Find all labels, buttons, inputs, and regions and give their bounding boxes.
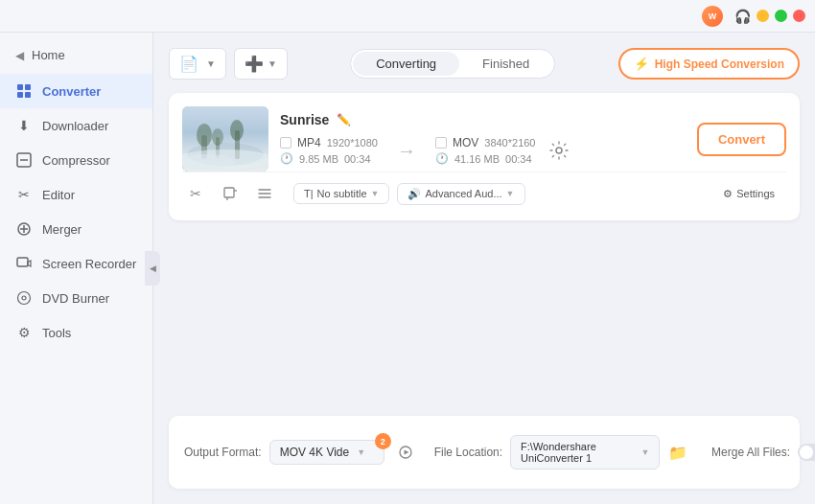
svg-rect-1 (25, 84, 31, 90)
target-format: MOV (453, 136, 478, 149)
target-size-row: 🕐 41.16 MB 00:34 (435, 152, 536, 165)
file-name: Sunrise (280, 112, 329, 127)
screen-recorder-label: Screen Recorder (42, 257, 136, 271)
format-value: MOV 4K Vide (280, 446, 349, 459)
tools-label: Tools (42, 326, 71, 340)
sidebar-item-converter[interactable]: Converter (0, 74, 152, 108)
file-location-group: File Location: F:\Wondershare UniConvert… (434, 435, 688, 470)
sidebar-item-dvd-burner[interactable]: DVD Burner (0, 281, 152, 315)
downloader-icon: ⬇ (15, 117, 33, 134)
sidebar-item-compressor[interactable]: Compressor (0, 143, 152, 177)
tab-group: Converting Finished (350, 49, 555, 79)
audio-select[interactable]: 🔊 Advanced Aud... ▼ (397, 183, 524, 205)
format-preview-icon[interactable] (392, 439, 419, 466)
format-dropdown-icon: ▼ (357, 447, 365, 457)
compressor-icon (15, 151, 33, 169)
screen-recorder-icon (15, 255, 33, 272)
audio-dropdown-icon: ▼ (506, 189, 515, 198)
header-avatar[interactable]: W (702, 6, 723, 27)
tab-finished[interactable]: Finished (459, 52, 552, 76)
svg-rect-3 (25, 92, 31, 98)
crop-icon-btn[interactable] (217, 180, 244, 207)
source-duration: 00:34 (344, 153, 371, 165)
target-resolution: 3840*2160 (484, 137, 535, 149)
sidebar-item-screen-recorder[interactable]: Screen Recorder (0, 246, 152, 281)
converter-label: Converter (42, 84, 101, 99)
headset-icon[interactable]: 🎧 (734, 9, 751, 24)
settings-link[interactable]: ⚙ Settings (711, 184, 786, 204)
maximize-button[interactable] (775, 10, 787, 22)
svg-rect-0 (17, 84, 23, 90)
high-speed-label: High Speed Conversion (655, 57, 784, 71)
location-dropdown-icon: ▼ (640, 447, 649, 457)
dvd-burner-label: DVD Burner (42, 291, 109, 306)
home-label: Home (32, 48, 65, 62)
add-options-button[interactable]: ➕ ▼ (234, 48, 288, 80)
add-file-button[interactable]: 📄 ▼ (169, 48, 226, 80)
back-icon: ◀ (15, 49, 24, 62)
source-size: 9.85 MB (299, 153, 338, 165)
sidebar-item-tools[interactable]: ⚙ Tools (0, 315, 152, 350)
list-icon-btn[interactable] (251, 180, 278, 207)
svg-point-11 (22, 296, 26, 300)
source-resolution: 1920*1080 (327, 137, 378, 149)
output-format-label: Output Format: (184, 446, 262, 459)
target-size: 41.16 MB (454, 153, 500, 165)
format-badge: 2 (375, 433, 391, 449)
file-thumbnail (182, 106, 268, 172)
folder-icon: 📁 (668, 444, 687, 462)
close-button[interactable] (793, 10, 805, 22)
format-select[interactable]: MOV 4K Vide ▼ 2 (269, 440, 384, 465)
svg-rect-23 (224, 188, 234, 197)
file-card: Sunrise ✏️ MP4 1920*1080 (169, 93, 800, 220)
file-location-label: File Location: (434, 446, 502, 459)
target-duration: 00:34 (505, 153, 532, 165)
sidebar-item-merger[interactable]: Merger (0, 212, 152, 246)
folder-icon-btn[interactable]: 📁 (667, 439, 688, 466)
bottom-bar: Output Format: MOV 4K Vide ▼ 2 File Loca… (169, 416, 800, 489)
converter-icon (15, 82, 33, 100)
audio-label: Advanced Aud... (425, 188, 501, 199)
add-file-icon: 📄 (179, 55, 198, 73)
source-format: MP4 (297, 136, 321, 149)
audio-icon: 🔊 (408, 188, 421, 200)
downloader-label: Downloader (42, 119, 108, 133)
file-settings-icon-btn[interactable] (544, 135, 574, 166)
compressor-label: Compressor (42, 153, 110, 168)
editor-label: Editor (42, 188, 75, 202)
subtitle-label: No subtitle (317, 188, 367, 199)
cut-icon-btn[interactable]: ✂ (182, 180, 209, 207)
svg-point-17 (230, 120, 244, 141)
svg-point-15 (197, 124, 212, 147)
tab-converting[interactable]: Converting (353, 52, 459, 76)
location-input[interactable]: F:\Wondershare UniConverter 1 ▼ (510, 435, 660, 470)
convert-button[interactable]: Convert (697, 123, 786, 156)
sidebar-item-downloader[interactable]: ⬇ Downloader (0, 108, 152, 143)
add-options-icon: ➕ (244, 55, 264, 73)
merge-group: Merge All Files: (711, 444, 815, 461)
minimize-button[interactable]: ─ (757, 10, 769, 22)
merge-label: Merge All Files: (711, 446, 790, 459)
location-value: F:\Wondershare UniConverter 1 (521, 441, 633, 464)
sidebar-item-editor[interactable]: ✂ Editor (0, 177, 152, 212)
merge-toggle[interactable] (798, 444, 815, 461)
collapse-icon: ◀ (150, 263, 156, 273)
source-size-row: 🕐 9.85 MB 00:34 (280, 152, 378, 165)
svg-marker-30 (404, 450, 408, 455)
add-options-dropdown-icon: ▼ (268, 58, 277, 69)
lightning-icon: ⚡ (634, 57, 649, 71)
settings-label: Settings (736, 188, 775, 199)
high-speed-button[interactable]: ⚡ High Speed Conversion (618, 48, 800, 80)
subtitle-dropdown-icon: ▼ (371, 189, 380, 198)
merger-icon (15, 220, 33, 238)
subtitle-select[interactable]: T| No subtitle ▼ (293, 183, 389, 204)
svg-rect-9 (17, 258, 28, 266)
window-controls: W 🎧 ─ (702, 6, 805, 27)
sidebar-home[interactable]: ◀ Home (0, 40, 152, 70)
edit-file-icon[interactable]: ✏️ (337, 113, 351, 126)
sidebar-collapse-btn[interactable]: ◀ (145, 251, 160, 286)
svg-point-19 (212, 128, 223, 146)
gear-icon: ⚙ (723, 188, 733, 200)
editor-icon: ✂ (15, 186, 33, 203)
target-format-row: MOV 3840*2160 (435, 136, 536, 149)
